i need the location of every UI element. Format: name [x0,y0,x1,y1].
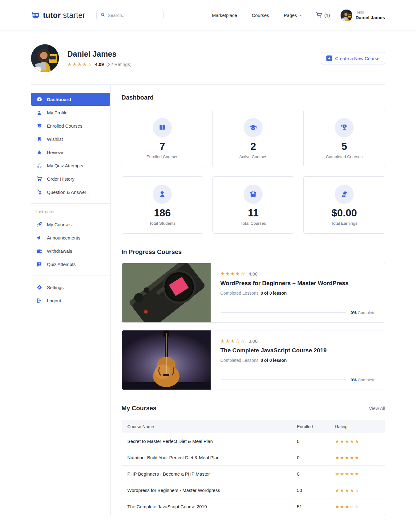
course-name-cell[interactable]: Secret to Master Perfect Diet & Meal Pla… [122,433,292,449]
bookmark-icon [36,136,42,142]
dashboard-sidebar: Dashboard My Profile Enrolled Courses Wi… [31,85,111,515]
sidebar-item-label: Enrolled Courses [47,123,83,129]
my-courses-title: My Courses [122,405,156,412]
course-lessons: Completed Lessons:0 of 0 lesson [220,358,376,363]
trophy-icon [335,118,354,137]
search-input[interactable] [108,13,160,18]
nav-links: Marketplace Courses Pages [212,13,302,18]
profile-rating-value: 4.09 [95,62,104,67]
stat-value: 5 [341,141,347,151]
course-thumbnail-camera[interactable] [122,263,211,322]
open-book-icon [153,118,172,137]
table-row: Secret to Master Perfect Diet & Meal Pla… [122,433,385,449]
sidebar-item-label: Withdrawals [47,248,72,254]
profile-rating-count: (22 Ratings) [106,62,131,67]
gear-icon [36,284,42,290]
course-star-rating: ★★★☆☆ [220,339,246,344]
page-title: Dashboard [122,94,385,101]
create-course-button[interactable]: + Create a New Course [321,52,385,64]
nav-link-marketplace[interactable]: Marketplace [212,13,237,18]
user-menu[interactable]: Hello Daniel James [341,10,385,21]
sidebar-item-wishlist[interactable]: Wishlist [31,133,110,145]
brand-name: tutor starter [43,11,85,20]
stat-card-total-courses: 11 Total Courses [212,176,294,234]
user-name: Daniel James [356,15,385,21]
rating-stars: ★★★★★ [335,455,360,460]
enrolled-cell: 50 [291,482,329,498]
nav-link-courses[interactable]: Courses [252,13,269,18]
sidebar-divider [31,276,110,276]
sidebar-item-quiz-attempts[interactable]: ? Quiz Attempts [31,258,110,271]
column-header-rating: Rating [329,420,385,433]
user-avatar [341,10,352,21]
course-thumbnail-guitar[interactable] [122,330,211,390]
sidebar-item-label: My Profile [47,110,68,115]
rating-stars: ★★★★☆ [335,488,360,493]
sidebar-item-settings[interactable]: Settings [31,281,110,294]
sidebar-item-reviews[interactable]: Reviews [31,146,110,159]
course-title[interactable]: WordPress for Beginners – Master WordPre… [220,280,376,287]
view-all-link[interactable]: View All [369,406,385,411]
nav-link-pages[interactable]: Pages [284,13,302,18]
sidebar-item-question-answer[interactable]: ? Question & Answer [31,186,110,198]
sidebar-item-withdrawals[interactable]: Withdrawals [31,244,110,257]
progress-bar [220,379,346,380]
stat-card-total-students: 186 Total Students [122,176,203,234]
progress-text: 0% Complete [350,310,375,315]
table-row: PHP Beginners - Become a PHP Master 0 ★★… [122,466,385,482]
column-header-enrolled: Enrolled [291,420,329,433]
stat-label: Completed Courses [326,154,362,159]
top-navbar: tutor starter Marketplace Courses Pages … [0,0,416,31]
brand-logo[interactable]: tutor starter [31,10,85,21]
student-icon [153,185,172,204]
course-name-cell[interactable]: PHP Beginners - Become a PHP Master [122,466,292,482]
course-lessons: Completed Lessons:0 of 0 lesson [220,291,376,296]
cart-button[interactable]: (1) [316,11,330,19]
logout-icon [36,297,42,304]
rating-stars: ★★★☆☆ [335,504,360,509]
in-progress-title: In Progress Courses [122,248,385,256]
progress-text: 0% Complete [350,378,375,382]
stat-value: $0.00 [332,208,357,218]
sidebar-item-my-profile[interactable]: My Profile [31,106,110,119]
sidebar-item-order-history[interactable]: Order History [31,172,110,185]
search-box[interactable] [96,10,164,21]
sidebar-item-label: Quiz Attempts [47,262,76,267]
stat-card-active-courses: 2 Active Courses [212,110,294,167]
stat-label: Total Earnings [331,221,357,226]
blocks-icon [36,162,42,169]
table-row: The Complete JavaScript Course 2019 51 ★… [122,498,385,515]
stat-label: Active Courses [239,154,267,159]
table-row: Wordpress for Beginners - Master Wordpre… [122,482,385,498]
quiz-bubble-icon: ? [36,261,42,267]
my-courses-table: Course Name Enrolled Rating Secret to Ma… [122,420,385,515]
profile-star-rating: ★★★★☆ [67,62,93,67]
stat-label: Total Courses [240,221,266,226]
course-title[interactable]: The Complete JavaScript Course 2019 [220,347,376,354]
user-icon [36,109,42,116]
course-name-cell[interactable]: Nutrition: Build Your Perfect Diet & Mea… [122,449,292,466]
sidebar-item-label: Announcements [47,235,80,240]
graduation-cap-icon [244,118,263,137]
sidebar-item-my-quiz-attempts[interactable]: My Quiz Attempts [31,159,110,172]
owl-icon [31,10,40,21]
sidebar-item-my-courses[interactable]: My Courses [31,218,110,231]
table-header-row: Course Name Enrolled Rating [122,420,385,433]
sidebar-item-enrolled-courses[interactable]: Enrolled Courses [31,119,110,132]
course-name-cell[interactable]: The Complete JavaScript Course 2019 [122,498,292,515]
sidebar-item-logout[interactable]: Logout [31,294,110,307]
question-person-icon: ? [36,189,42,195]
sidebar-item-label: Wishlist [47,137,63,142]
profile-header: Daniel James ★★★★☆ 4.09 (22 Ratings) + C… [31,31,385,72]
dashboard-icon [36,96,42,102]
sidebar-item-announcements[interactable]: Announcements [31,231,110,244]
svg-text:?: ? [38,262,40,265]
sidebar-item-dashboard[interactable]: Dashboard [31,93,110,106]
stat-value: 186 [154,208,171,218]
megaphone-icon [36,235,42,241]
enrolled-cell: 0 [291,433,329,449]
enrolled-cell: 51 [291,498,329,515]
in-progress-course-card: ★★★☆☆ 3.00 The Complete JavaScript Cours… [122,330,385,390]
sidebar-item-label: Question & Answer [47,190,87,195]
course-name-cell[interactable]: Wordpress for Beginners - Master Wordpre… [122,482,292,498]
